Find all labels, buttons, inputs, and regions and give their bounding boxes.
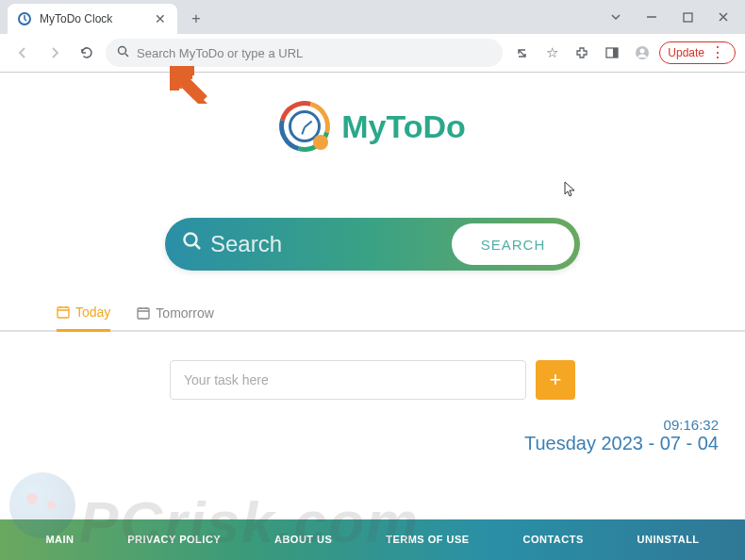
search-bar: SEARCH: [165, 218, 580, 271]
browser-tab[interactable]: MyToDo Clock ✕: [8, 4, 177, 34]
bookmark-star-icon[interactable]: ☆: [538, 40, 565, 66]
extensions-icon[interactable]: [569, 40, 595, 66]
search-icon: [182, 231, 203, 257]
tab-tomorrow-label: Tomorrow: [156, 305, 213, 321]
add-task-button[interactable]: +: [536, 360, 575, 400]
browser-toolbar: Search MyToDo or type a URL ☆ Update ⋮: [0, 34, 745, 72]
maximize-icon[interactable]: [673, 6, 702, 28]
window-controls: [602, 0, 737, 34]
svg-rect-8: [58, 307, 69, 318]
svg-rect-1: [684, 13, 692, 22]
update-label: Update: [668, 46, 704, 59]
search-input[interactable]: [210, 231, 399, 257]
svg-rect-4: [613, 48, 618, 58]
tab-today[interactable]: Today: [57, 305, 110, 332]
tab-strip: MyToDo Clock ✕ +: [0, 0, 745, 34]
share-icon[interactable]: [508, 40, 535, 66]
mouse-cursor-icon: [564, 181, 577, 202]
footer-terms[interactable]: TERMS OF USE: [386, 534, 470, 546]
tab-close-icon[interactable]: ✕: [153, 11, 168, 26]
search-icon: [117, 45, 129, 60]
search-button[interactable]: SEARCH: [452, 223, 574, 265]
footer-about[interactable]: ABOUT US: [274, 534, 332, 546]
page-footer: MAIN PRIVACY POLICY ABOUT US TERMS OF US…: [0, 519, 745, 560]
toolbar-right: ☆ Update ⋮: [508, 40, 736, 66]
address-bar[interactable]: Search MyToDo or type a URL: [106, 39, 503, 67]
svg-point-6: [640, 49, 645, 54]
datetime-block: 09:16:32 Tuesday 2023 - 07 - 04: [0, 400, 745, 454]
page-content: MyToDo SEARCH Today Tomorrow + 09:16:32 …: [0, 73, 745, 560]
tab-tomorrow[interactable]: Tomorrow: [137, 305, 213, 330]
current-time: 09:16:32: [0, 417, 719, 433]
minimize-icon[interactable]: [637, 6, 666, 28]
chevron-down-icon[interactable]: [602, 6, 630, 28]
update-button[interactable]: Update ⋮: [659, 41, 736, 64]
tab-favicon: [17, 11, 32, 26]
svg-point-2: [119, 47, 126, 55]
current-date: Tuesday 2023 - 07 - 04: [0, 433, 719, 454]
app-logo-text: MyToDo: [341, 108, 466, 145]
footer-privacy[interactable]: PRIVACY POLICY: [127, 534, 221, 546]
task-input[interactable]: [170, 360, 526, 400]
calendar-icon: [137, 306, 150, 320]
logo-row: MyToDo: [0, 101, 745, 152]
day-tabs: Today Tomorrow: [0, 305, 745, 332]
back-button[interactable]: [9, 40, 36, 66]
close-icon[interactable]: [709, 6, 737, 28]
plus-icon: +: [550, 368, 562, 392]
sidepanel-icon[interactable]: [599, 40, 625, 66]
tab-today-label: Today: [75, 305, 110, 320]
tab-title: MyToDo Clock: [40, 12, 112, 25]
new-tab-button[interactable]: +: [183, 6, 209, 32]
address-placeholder: Search MyToDo or type a URL: [137, 46, 303, 60]
footer-contacts[interactable]: CONTACTS: [522, 534, 583, 546]
calendar-icon: [57, 305, 70, 319]
menu-dots-icon: ⋮: [710, 45, 725, 60]
svg-rect-9: [138, 308, 149, 319]
forward-button[interactable]: [41, 40, 68, 66]
svg-point-7: [185, 234, 197, 246]
app-logo-icon: [279, 101, 330, 152]
footer-main[interactable]: MAIN: [45, 534, 74, 546]
task-row: +: [170, 360, 575, 400]
browser-chrome: MyToDo Clock ✕ + Search MyToDo or type a…: [0, 0, 745, 73]
profile-icon[interactable]: [629, 40, 655, 66]
reload-button[interactable]: [74, 40, 100, 66]
footer-uninstall[interactable]: UNINSTALL: [637, 534, 700, 546]
